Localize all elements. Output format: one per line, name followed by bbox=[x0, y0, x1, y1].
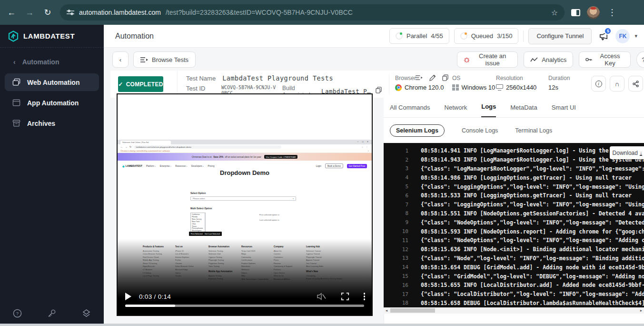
bookmark-star-icon[interactable]: ☆ bbox=[551, 8, 558, 17]
browse-tests-label: Browse Tests bbox=[152, 56, 188, 63]
test-info-button[interactable]: i bbox=[591, 76, 606, 92]
share-test-button[interactable] bbox=[628, 76, 643, 92]
log-line: 10 08:58:15.593 INFO [NodeOptions.report… bbox=[384, 227, 644, 236]
help-circle-icon[interactable]: ? bbox=[13, 309, 22, 318]
windows-icon bbox=[452, 84, 459, 91]
browse-tests-button[interactable]: Browse Tests bbox=[133, 51, 196, 68]
mute-icon[interactable] bbox=[316, 292, 327, 301]
tab-metadata[interactable]: MetaData bbox=[510, 104, 537, 117]
chrome-icon bbox=[395, 84, 402, 91]
duration-value: 12s bbox=[548, 84, 558, 91]
video-browser-tab: Selenium Grid Online | Run Sel bbox=[120, 141, 171, 144]
rerun-test-button[interactable]: ∩ bbox=[610, 76, 624, 92]
multi-select-label: Multi Select Option bbox=[190, 207, 212, 210]
env-divider bbox=[389, 74, 389, 94]
site-login-link: Login bbox=[316, 165, 321, 167]
scroll-left-arrow-icon[interactable]: ◄ bbox=[384, 307, 389, 314]
log-line: 12 08:58:15.636 INFO [Node.<init>] - Bin… bbox=[384, 245, 644, 254]
log-line-number: 15 bbox=[384, 273, 408, 279]
log-line-number: 13 bbox=[384, 255, 408, 261]
log-line-number: 14 bbox=[384, 264, 408, 270]
browser-label: Browser bbox=[395, 75, 452, 82]
log-line: 5 {"class": "LoggingOptions","log-level"… bbox=[384, 182, 644, 191]
back-button[interactable]: ‹ bbox=[112, 51, 129, 68]
lambdatest-logo-icon bbox=[8, 31, 19, 42]
tab-terminal-logs[interactable]: Terminal Logs bbox=[515, 127, 552, 134]
sidebar-item-archives[interactable]: Archives bbox=[5, 114, 99, 132]
app-automation-icon bbox=[12, 99, 20, 107]
tab-smart-ui[interactable]: Smart UI bbox=[552, 104, 576, 117]
scroll-right-arrow-icon[interactable]: ► bbox=[638, 307, 644, 314]
archives-icon bbox=[12, 119, 20, 127]
log-line-number: 5 bbox=[384, 183, 408, 190]
site-settings-icon[interactable] bbox=[67, 10, 74, 15]
site-brand-name: LAMBDATEST bbox=[126, 164, 142, 167]
log-line-text: 08:58:15.533 INFO [LoggingOptions.getTra… bbox=[421, 192, 632, 199]
video-controls: 0:03 / 0:14 bbox=[118, 239, 372, 315]
log-line-number: 2 bbox=[384, 157, 408, 163]
fullscreen-icon[interactable] bbox=[341, 292, 349, 301]
access-key-button[interactable]: Access Key bbox=[579, 51, 631, 68]
monitor-icon bbox=[496, 84, 503, 91]
sidebar-item-app-automation[interactable]: App Automation bbox=[5, 94, 99, 112]
browser-profile-avatar[interactable] bbox=[587, 6, 600, 19]
log-line: 11 {"class": "NodeOptions","log-level": … bbox=[384, 236, 644, 245]
log-line-text: 08:58:15.658 DEBUG [LocalDistributor.lam… bbox=[421, 300, 644, 306]
log-line: 17 {"class": "LocalDistributor","log-lev… bbox=[384, 290, 644, 299]
side-panel-icon[interactable] bbox=[571, 9, 580, 16]
tab-selenium-logs[interactable]: Selenium Logs bbox=[390, 124, 445, 137]
play-button[interactable] bbox=[125, 293, 131, 300]
dropdown-demo-heading: Dropdown Demo bbox=[118, 169, 372, 176]
browser-forward-icon[interactable]: → bbox=[24, 8, 35, 18]
log-line: 2 08:58:14.943 INFO [LogManager$RootLogg… bbox=[384, 155, 644, 164]
video-progress-bar[interactable] bbox=[125, 305, 364, 307]
lambdatest-logo[interactable]: LAMBDATEST bbox=[0, 25, 104, 48]
site-nav-item: Platform bbox=[146, 165, 156, 167]
download-icon: ↓ bbox=[640, 150, 643, 156]
video-forward-icon: → bbox=[125, 145, 128, 148]
log-line-number: 3 bbox=[384, 165, 408, 172]
parallel-counter[interactable]: Parallel 4/55 bbox=[389, 28, 449, 44]
site-book-demo-button: Book a Demo bbox=[325, 163, 343, 168]
queued-counter[interactable]: Queued 3/150 bbox=[454, 28, 519, 44]
sidebar-item-web-automation[interactable]: Web Automation bbox=[5, 73, 99, 91]
user-menu-chevron-icon[interactable]: ▾ bbox=[634, 33, 637, 39]
browser-reload-icon[interactable]: ↻ bbox=[42, 7, 53, 18]
tab-console-logs[interactable]: Console Logs bbox=[462, 127, 498, 134]
video-progress-played bbox=[125, 305, 175, 307]
toolbar-right: Create an issue Analytics Access Key ? bbox=[457, 51, 644, 68]
log-line-number: 8 bbox=[384, 210, 408, 216]
banner-highlight: Save 25% bbox=[213, 156, 223, 158]
switch-product-icon[interactable] bbox=[82, 309, 91, 318]
address-bar[interactable]: automation.lambdatest.com /test?build=23… bbox=[60, 4, 565, 20]
log-line: 4 08:58:14.986 INFO [LoggingOptions.getT… bbox=[384, 173, 644, 182]
test-recording-video-player[interactable]: Selenium Grid Online | Run Sel – □ × ← →… bbox=[117, 93, 373, 316]
site-get-started-button: Get Started Free bbox=[347, 164, 367, 168]
analytics-button[interactable]: Analytics bbox=[524, 51, 573, 68]
configure-tunnel-button[interactable]: Configure Tunnel bbox=[528, 28, 592, 44]
test-name-label: Test Name bbox=[186, 75, 216, 82]
log-line-text: {"class": "Node","log-level": "INFO","lo… bbox=[421, 255, 644, 262]
svg-text:?: ? bbox=[16, 311, 19, 316]
sidebar-section-automation[interactable]: ‹ Automation bbox=[0, 48, 104, 71]
video-menu-kebab-icon[interactable] bbox=[364, 293, 366, 300]
log-horizontal-scrollbar[interactable]: ◄ ► bbox=[384, 307, 644, 314]
create-issue-button[interactable]: Create an issue bbox=[457, 51, 518, 68]
notification-badge: 5 bbox=[604, 27, 612, 35]
help-button[interactable]: ? bbox=[636, 51, 644, 68]
access-key-icon[interactable] bbox=[47, 309, 56, 318]
copy-build-icon[interactable] bbox=[376, 87, 382, 93]
tab-logs[interactable]: Logs bbox=[481, 103, 496, 117]
announcements-button[interactable]: 5 bbox=[596, 29, 611, 43]
download-label: Download bbox=[613, 150, 638, 156]
browser-back-icon[interactable]: ← bbox=[6, 8, 17, 18]
tab-network[interactable]: Network bbox=[445, 104, 467, 117]
tab-all-commands[interactable]: All Commands bbox=[390, 104, 430, 117]
user-avatar[interactable]: FK bbox=[615, 29, 630, 43]
log-line-number: 12 bbox=[384, 246, 408, 253]
download-logs-button[interactable]: Download ↓ bbox=[610, 146, 644, 159]
scrollbar-thumb[interactable] bbox=[390, 308, 435, 313]
browser-menu-kebab-icon[interactable]: ⋮ bbox=[606, 7, 618, 18]
create-issue-label: Create an issue bbox=[474, 52, 511, 67]
resolution-value: 2560x1440 bbox=[506, 84, 536, 91]
